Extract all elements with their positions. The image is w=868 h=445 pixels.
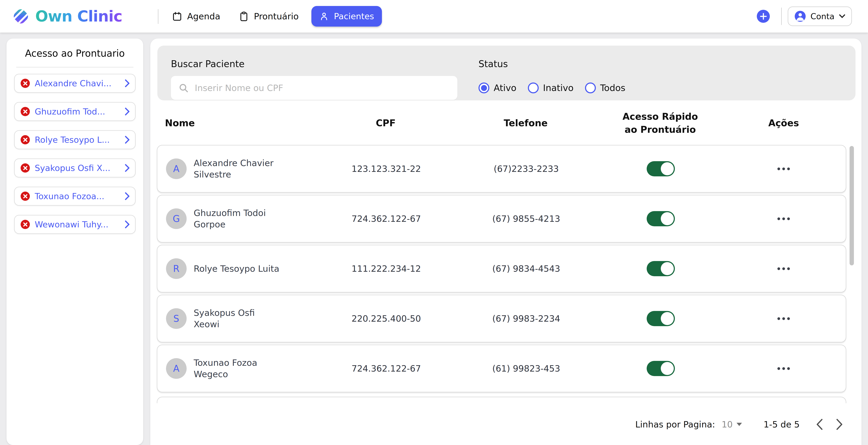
table-header: Nome CPF Telefone Acesso Rápido ao Pront… <box>157 108 846 139</box>
table-row: A Alexandre Chavier Silvestre 123.123.32… <box>157 145 846 192</box>
patient-phone: (67) 9834-4543 <box>453 264 600 274</box>
quick-access-toggle[interactable] <box>647 261 675 276</box>
pagination-bar: Linhas por Pagina: 10 1-5 de 5 <box>635 414 843 435</box>
calendar-icon <box>172 11 182 22</box>
top-bar: Own Clinic Agenda Prontuário Pacientes <box>0 0 868 33</box>
col-acoes: Ações <box>721 117 846 130</box>
search-label: Buscar Paciente <box>171 59 245 69</box>
avatar: A <box>166 358 187 379</box>
patient-cpf: 724.362.122-67 <box>320 363 453 374</box>
radio-ativo[interactable]: Ativo <box>478 83 517 93</box>
chevron-down-icon <box>839 14 845 19</box>
next-page-button[interactable] <box>836 418 843 431</box>
quick-access-toggle[interactable] <box>647 161 675 176</box>
toggle-knob <box>661 162 674 175</box>
patient-name-cell: G Ghuzuofim Todoi Gorpoe <box>157 207 320 230</box>
nav-pacientes-active[interactable]: Pacientes <box>311 6 382 27</box>
col-cpf: CPF <box>319 117 452 130</box>
chevron-right-icon <box>125 220 130 229</box>
person-icon <box>319 11 329 21</box>
sidebar-item-label: Syakopus Osfi X... <box>35 163 120 173</box>
clipboard-icon <box>239 11 249 22</box>
remove-icon[interactable] <box>21 79 30 88</box>
patient-cpf: 123.123.321-22 <box>320 164 453 174</box>
toggle-knob <box>661 312 674 325</box>
patient-phone: (67) 9983-2234 <box>453 314 600 324</box>
filter-panel: Buscar Paciente Status Ativo Inativo <box>157 46 856 100</box>
row-actions-menu[interactable] <box>721 168 846 170</box>
sidebar-item-label: Ghuzuofim Tod... <box>35 107 120 117</box>
radio-icon <box>478 83 489 93</box>
search-input[interactable] <box>195 83 450 93</box>
remove-icon[interactable] <box>21 220 30 229</box>
row-actions-menu[interactable] <box>721 367 846 370</box>
table-scrollbar[interactable] <box>849 146 854 265</box>
patient-cpf: 220.225.400-50 <box>320 314 453 324</box>
quick-access-toggle[interactable] <box>647 361 675 376</box>
nav-agenda[interactable]: Agenda <box>172 0 220 33</box>
patient-name-cell: A Toxunao Fozoa Wegeco <box>157 357 320 380</box>
chevron-right-icon <box>836 418 843 431</box>
patient-name: Toxunao Fozoa Wegeco <box>194 357 257 380</box>
patient-phone: (67) 9855-4213 <box>453 214 600 224</box>
patient-cpf: 111.222.234-12 <box>320 264 453 274</box>
status-radio-group: Ativo Inativo Todos <box>478 83 625 93</box>
nav-prontuario[interactable]: Prontuário <box>239 0 299 33</box>
rows-per-page-select[interactable]: 10 <box>721 419 742 429</box>
radio-icon <box>528 83 539 93</box>
remove-icon[interactable] <box>21 135 30 144</box>
row-actions-menu[interactable] <box>721 217 846 220</box>
rows-per-page-value: 10 <box>721 419 733 429</box>
patient-phone: (61) 99823-453 <box>453 363 600 374</box>
previous-page-button[interactable] <box>816 418 823 431</box>
table-row: G Ghuzuofim Todoi Gorpoe 724.362.122-67 … <box>157 195 846 243</box>
clinic-logo-icon <box>12 7 30 25</box>
quick-access-toggle[interactable] <box>647 311 675 326</box>
account-menu-button[interactable]: Conta <box>788 6 852 26</box>
quick-access-toggle[interactable] <box>647 211 675 226</box>
avatar: S <box>166 308 187 329</box>
table-row: A Toxunao Fozoa Wegeco 724.362.122-67 (6… <box>157 345 846 392</box>
topbar-divider <box>158 9 158 24</box>
col-nome: Nome <box>157 117 319 130</box>
table-row: R Rolye Tesoypo Luita 111.222.234-12 (67… <box>157 245 846 293</box>
table-row: S Syakopus Osfi Xeowi 220.225.400-50 (67… <box>157 295 846 343</box>
nav-agenda-label: Agenda <box>187 11 220 21</box>
topbar-divider-2 <box>781 8 782 25</box>
remove-icon[interactable] <box>21 164 30 173</box>
remove-icon[interactable] <box>21 107 30 116</box>
sidebar-item-patient-1[interactable]: Alexandre Chavi... <box>14 74 135 93</box>
patients-page: Own Clinic Agenda Prontuário Pacientes <box>0 0 868 445</box>
search-icon <box>179 83 189 93</box>
col-acesso-rapido: Acesso Rápido ao Prontuário <box>599 110 721 136</box>
radio-icon <box>585 83 596 93</box>
sidebar-item-label: Wewonawi Tuhy... <box>35 219 120 229</box>
patient-name-cell: R Rolye Tesoypo Luita <box>157 258 320 279</box>
radio-todos[interactable]: Todos <box>585 83 625 93</box>
patient-name: Syakopus Osfi Xeowi <box>194 307 255 330</box>
add-button[interactable] <box>757 10 770 23</box>
toggle-knob <box>661 212 674 225</box>
patients-main-panel: Buscar Paciente Status Ativo Inativo <box>150 38 862 445</box>
radio-inativo[interactable]: Inativo <box>528 83 574 93</box>
sidebar-divider <box>16 67 133 67</box>
account-label: Conta <box>810 11 835 21</box>
sidebar-item-label: Toxunao Fozoa... <box>35 191 120 201</box>
row-actions-menu[interactable] <box>721 317 846 320</box>
row-actions-menu[interactable] <box>721 267 846 270</box>
sidebar-item-patient-5[interactable]: Toxunao Fozoa... <box>14 187 135 206</box>
chevron-right-icon <box>125 192 130 200</box>
sidebar-item-patient-6[interactable]: Wewonawi Tuhy... <box>14 215 135 234</box>
sidebar-item-patient-3[interactable]: Rolye Tesoypo L... <box>14 130 135 149</box>
sidebar-item-patient-4[interactable]: Syakopus Osfi X... <box>14 158 135 177</box>
patient-name: Rolye Tesoypo Luita <box>194 263 279 274</box>
patient-name: Ghuzuofim Todoi Gorpoe <box>194 207 266 230</box>
sidebar-item-patient-2[interactable]: Ghuzuofim Tod... <box>14 102 135 121</box>
avatar: A <box>166 158 187 179</box>
remove-icon[interactable] <box>21 191 30 201</box>
quick-access-sidebar: Acesso ao Prontuario Alexandre Chavi... … <box>6 38 143 445</box>
patient-name: Alexandre Chavier Silvestre <box>194 157 273 180</box>
rows-per-page-label: Linhas por Pagina: <box>635 419 715 429</box>
patient-search[interactable] <box>171 76 457 100</box>
app-logo[interactable]: Own Clinic <box>12 0 122 33</box>
